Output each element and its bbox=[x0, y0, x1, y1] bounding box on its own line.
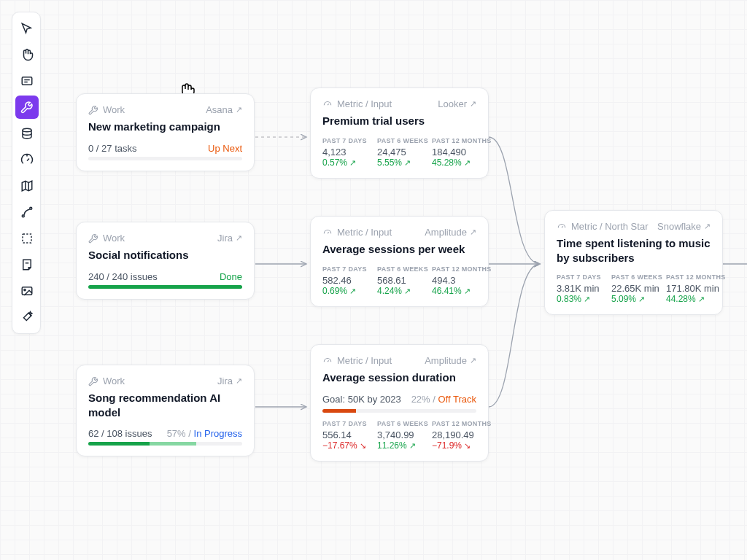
note-icon bbox=[20, 258, 34, 271]
issue-count: 240 / 240 issues bbox=[88, 271, 158, 282]
card-type: Metric / North Star bbox=[571, 221, 648, 232]
goal-progress-bar bbox=[322, 409, 476, 413]
source-link[interactable]: Amplitude ↗ bbox=[425, 227, 476, 238]
metric-periods: PAST 7 DAYS3.81K min0.83% ↗ PAST 6 WEEKS… bbox=[557, 273, 711, 304]
card-type: Metric / Input bbox=[337, 98, 392, 109]
card-title: Time spent listening to music by subscri… bbox=[557, 236, 711, 265]
pointer-tool[interactable] bbox=[15, 17, 39, 40]
external-icon: ↗ bbox=[236, 233, 242, 243]
task-count: 0 / 27 tasks bbox=[88, 143, 136, 154]
pointer-icon bbox=[20, 22, 34, 35]
card-title: New marketing campaign bbox=[88, 120, 242, 134]
wrench-icon bbox=[88, 105, 98, 115]
spline-icon bbox=[20, 206, 34, 219]
progress-bar bbox=[88, 157, 242, 160]
card-type: Work bbox=[103, 104, 125, 115]
wrench-icon bbox=[88, 233, 98, 244]
toolbar bbox=[12, 12, 41, 334]
magic-tool[interactable] bbox=[15, 306, 39, 329]
source-link[interactable]: Jira ↗ bbox=[217, 376, 242, 386]
card-title: Song recommendation AI model bbox=[88, 391, 242, 419]
card-type: Work bbox=[103, 233, 125, 244]
source-link[interactable]: Looker ↗ bbox=[438, 98, 476, 109]
select-tool[interactable] bbox=[15, 227, 39, 250]
image-tool[interactable] bbox=[15, 279, 39, 303]
svg-point-7 bbox=[22, 215, 24, 217]
svg-point-3 bbox=[23, 128, 31, 132]
work-card-song-ai[interactable]: Work Jira ↗ Song recommendation AI model… bbox=[76, 365, 255, 456]
metric-card-duration[interactable]: Metric / Input Amplitude ↗ Average sessi… bbox=[310, 344, 489, 462]
source-link[interactable]: Jira ↗ bbox=[217, 233, 242, 244]
svg-rect-0 bbox=[22, 77, 32, 85]
metric-card-premium-users[interactable]: Metric / Input Looker ↗ Premium trial us… bbox=[310, 88, 489, 179]
external-icon: ↗ bbox=[470, 228, 476, 237]
source-link[interactable]: Amplitude ↗ bbox=[425, 355, 476, 366]
text-tool[interactable] bbox=[15, 69, 39, 93]
metric-card-sessions[interactable]: Metric / Input Amplitude ↗ Average sessi… bbox=[310, 216, 489, 307]
external-icon: ↗ bbox=[704, 222, 711, 231]
work-card-social[interactable]: Work Jira ↗ Social notifications 240 / 2… bbox=[76, 222, 255, 300]
status-label: Up Next bbox=[208, 143, 242, 154]
svg-marker-4 bbox=[22, 181, 32, 191]
source-link[interactable]: Asana ↗ bbox=[206, 104, 242, 115]
status-label: Done bbox=[220, 271, 242, 282]
work-card-marketing[interactable]: Work Asana ↗ New marketing campaign 0 / … bbox=[76, 93, 255, 171]
svg-point-12 bbox=[24, 289, 26, 290]
gauge-icon bbox=[322, 228, 333, 238]
gauge-icon bbox=[322, 356, 333, 366]
database-icon bbox=[20, 127, 34, 140]
select-icon bbox=[20, 232, 34, 245]
metric-periods: PAST 7 DAYS582.460.69% ↗ PAST 6 WEEKS568… bbox=[322, 265, 476, 296]
external-icon: ↗ bbox=[470, 356, 476, 365]
wrench-icon bbox=[20, 101, 34, 114]
card-title: Social notifications bbox=[88, 248, 242, 262]
issue-count: 62 / 108 issues bbox=[88, 428, 152, 439]
metric-periods: PAST 7 DAYS556.14−17.67% ↘ PAST 6 WEEKS3… bbox=[322, 420, 476, 451]
wrench-tool[interactable] bbox=[15, 96, 39, 119]
card-title: Average sessions per week bbox=[322, 242, 476, 257]
note-tool[interactable] bbox=[15, 253, 39, 276]
gauge-tool[interactable] bbox=[15, 148, 39, 171]
svg-rect-9 bbox=[23, 234, 31, 243]
progress-bar bbox=[88, 442, 242, 446]
image-icon bbox=[20, 284, 34, 298]
hand-tool[interactable] bbox=[15, 43, 39, 66]
wrench-icon bbox=[88, 376, 98, 386]
gauge-icon bbox=[20, 153, 34, 166]
source-link[interactable]: Snowflake ↗ bbox=[657, 221, 711, 232]
card-title: Premium trial users bbox=[322, 114, 476, 128]
hand-icon bbox=[20, 48, 34, 61]
map-icon bbox=[20, 179, 34, 192]
card-type: Work bbox=[103, 376, 125, 386]
gauge-icon bbox=[322, 99, 333, 109]
northstar-card[interactable]: Metric / North Star Snowflake ↗ Time spe… bbox=[544, 210, 723, 315]
external-icon: ↗ bbox=[236, 376, 242, 386]
goal-row: Goal: 50K by 2023 22% / Off Track bbox=[322, 394, 476, 405]
database-tool[interactable] bbox=[15, 122, 39, 145]
text-icon bbox=[20, 74, 34, 88]
external-icon: ↗ bbox=[470, 99, 476, 109]
magic-icon bbox=[20, 311, 34, 324]
gauge-icon bbox=[557, 222, 567, 232]
status-label: 57% / In Progress bbox=[167, 428, 242, 439]
external-icon: ↗ bbox=[236, 105, 242, 114]
progress-bar bbox=[88, 285, 242, 289]
card-type: Metric / Input bbox=[337, 227, 392, 238]
metric-periods: PAST 7 DAYS4,1230.57% ↗ PAST 6 WEEKS24,4… bbox=[322, 137, 476, 168]
spline-tool[interactable] bbox=[15, 201, 39, 224]
map-tool[interactable] bbox=[15, 174, 39, 198]
card-type: Metric / Input bbox=[337, 355, 392, 366]
svg-point-8 bbox=[30, 207, 32, 209]
card-title: Average session duration bbox=[322, 370, 476, 385]
